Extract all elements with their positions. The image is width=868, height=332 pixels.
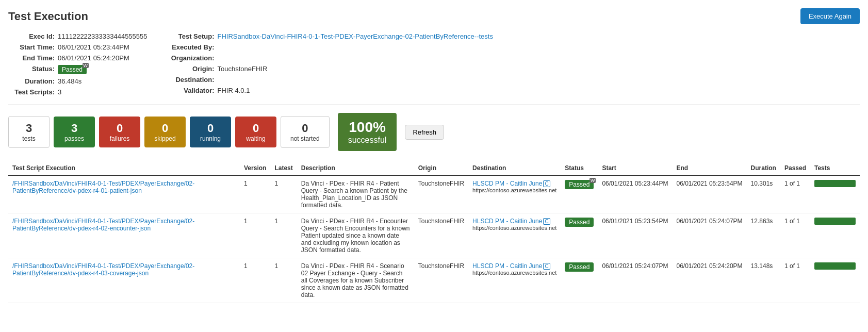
exec-id-label: Exec Id: <box>8 32 55 40</box>
col-destination: Destination <box>468 161 561 175</box>
stat-passes: 3 passes <box>54 117 95 147</box>
progress-bar <box>814 262 856 270</box>
stat-waiting: 0 waiting <box>235 117 276 147</box>
execute-again-button[interactable]: Execute Again <box>800 8 860 24</box>
col-end: End <box>673 161 747 175</box>
page-title: Test Execution <box>8 10 88 23</box>
destination-link[interactable]: HLSCD PM - Caitlin JuneC <box>472 180 550 187</box>
validator-row: Validator: FHIR 4.0.1 <box>168 87 493 94</box>
cell-passed: 1 of 1 <box>780 258 810 303</box>
cell-duration: 13.148s <box>747 258 780 303</box>
waiting-number: 0 <box>253 122 259 135</box>
cell-start: 06/01/2021 05:23:44PM <box>598 175 672 213</box>
exec-id-row: Exec Id: 111122222333333444555555 <box>8 32 148 40</box>
destination-label: Destination: <box>168 76 215 84</box>
cell-tests <box>810 258 860 303</box>
col-status: Status <box>561 161 598 175</box>
col-script: Test Script Execution <box>8 161 240 175</box>
script-link[interactable]: /FHIRSandbox/DaVinci/FHIR4-0-1-Test/PDEX… <box>12 180 194 194</box>
cell-end: 06/01/2021 05:24:20PM <box>673 258 747 303</box>
cell-latest: 1 <box>270 175 297 213</box>
organization-row: Organization: <box>168 54 493 62</box>
end-time-label: End Time: <box>8 54 55 62</box>
cell-destination: HLSCD PM - Caitlin JuneChttps://contoso.… <box>468 258 561 303</box>
validator-value: FHIR 4.0.1 <box>218 87 250 94</box>
duration-label: Duration: <box>8 77 55 85</box>
running-label: running <box>200 135 221 142</box>
col-version: Version <box>240 161 270 175</box>
cell-end: 06/01/2021 05:23:54PM <box>673 175 747 213</box>
progress-bar <box>814 180 856 187</box>
cell-end: 06/01/2021 05:24:07PM <box>673 213 747 258</box>
col-duration: Duration <box>747 161 780 175</box>
table-body: /FHIRSandbox/DaVinci/FHIR4-0-1-Test/PDEX… <box>8 175 860 303</box>
start-time-label: Start Time: <box>8 43 55 51</box>
cell-duration: 12.863s <box>747 213 780 258</box>
col-passed: Passed <box>780 161 810 175</box>
success-box: 100% successful <box>338 113 397 151</box>
test-scripts-row: Test Scripts: 3 <box>8 88 148 96</box>
end-time-row: End Time: 06/01/2021 05:24:20PM <box>8 54 148 62</box>
destination-link[interactable]: HLSCD PM - Caitlin JuneC <box>472 218 550 225</box>
cell-script: /FHIRSandbox/DaVinci/FHIR4-0-1-Test/PDEX… <box>8 258 240 303</box>
setup-info-col: Test Setup: FHIRSandbox-DaVinci-FHIR4-0-… <box>168 32 493 96</box>
cell-description: Da Vinci - PDex - FHIR R4 - Encounter Qu… <box>297 213 414 258</box>
stat-notstarted: 0 not started <box>281 116 330 148</box>
col-tests: Tests <box>810 161 860 175</box>
cell-tests <box>810 175 860 213</box>
skipped-label: skipped <box>154 135 175 142</box>
col-description: Description <box>297 161 414 175</box>
status-label: Status: <box>8 65 55 74</box>
cell-origin: TouchstoneFHIR <box>414 213 468 258</box>
cell-start: 06/01/2021 05:23:54PM <box>598 213 672 258</box>
origin-label: Origin: <box>168 65 215 73</box>
status-badge: Passed <box>565 180 594 189</box>
stat-tests: 3 tests <box>8 116 50 148</box>
script-link[interactable]: /FHIRSandbox/DaVinci/FHIR4-0-1-Test/PDEX… <box>12 262 194 277</box>
test-scripts-value: 3 <box>58 88 61 96</box>
tests-number: 3 <box>26 122 32 135</box>
status-badge: Passed <box>565 262 594 272</box>
cell-status: Passed <box>561 175 598 213</box>
exec-info-col: Exec Id: 111122222333333444555555 Start … <box>8 32 148 96</box>
failures-number: 0 <box>117 122 123 135</box>
cell-latest: 1 <box>270 213 297 258</box>
waiting-label: waiting <box>246 135 265 142</box>
table-row: /FHIRSandbox/DaVinci/FHIR4-0-1-Test/PDEX… <box>8 213 860 258</box>
status-badge: Passed <box>58 65 87 74</box>
end-time-value: 06/01/2021 05:24:20PM <box>58 54 129 62</box>
table-row: /FHIRSandbox/DaVinci/FHIR4-0-1-Test/PDEX… <box>8 175 860 213</box>
results-table: Test Script Execution Version Latest Des… <box>8 161 860 303</box>
origin-value: TouchstoneFHIR <box>218 65 268 73</box>
duration-row: Duration: 36.484s <box>8 77 148 85</box>
validator-label: Validator: <box>168 87 215 94</box>
test-setup-link[interactable]: FHIRSandbox-DaVinci-FHIR4-0-1-Test-PDEX-… <box>218 32 493 40</box>
cell-tests <box>810 213 860 258</box>
status-badge: Passed <box>565 218 594 227</box>
col-origin: Origin <box>414 161 468 175</box>
running-number: 0 <box>207 122 214 135</box>
cell-passed: 1 of 1 <box>780 175 810 213</box>
success-percent: 100% <box>348 119 387 136</box>
test-scripts-label: Test Scripts: <box>8 88 55 96</box>
cell-destination: HLSCD PM - Caitlin JuneChttps://contoso.… <box>468 213 561 258</box>
origin-row: Origin: TouchstoneFHIR <box>168 65 493 73</box>
destination-link[interactable]: HLSCD PM - Caitlin JuneC <box>472 262 550 270</box>
destination-row: Destination: <box>168 76 493 84</box>
executed-by-row: Executed By: <box>168 43 493 51</box>
stats-row: 3 tests 3 passes 0 failures 0 skipped 0 … <box>8 113 860 151</box>
cell-destination: HLSCD PM - Caitlin JuneChttps://contoso.… <box>468 175 561 213</box>
passes-number: 3 <box>71 122 77 135</box>
cell-duration: 10.301s <box>747 175 780 213</box>
notstarted-label: not started <box>290 135 320 142</box>
skipped-number: 0 <box>162 122 168 135</box>
info-section: Exec Id: 111122222333333444555555 Start … <box>8 32 860 105</box>
cell-version: 1 <box>240 175 270 213</box>
refresh-button[interactable]: Refresh <box>405 125 444 140</box>
cell-description: Da Vinci - PDex - FHIR R4 - Scenario 02 … <box>297 258 414 303</box>
script-link[interactable]: /FHIRSandbox/DaVinci/FHIR4-0-1-Test/PDEX… <box>12 218 194 232</box>
passes-label: passes <box>64 135 84 142</box>
test-setup-row: Test Setup: FHIRSandbox-DaVinci-FHIR4-0-… <box>168 32 493 40</box>
notstarted-number: 0 <box>302 122 308 135</box>
cell-origin: TouchstoneFHIR <box>414 175 468 213</box>
